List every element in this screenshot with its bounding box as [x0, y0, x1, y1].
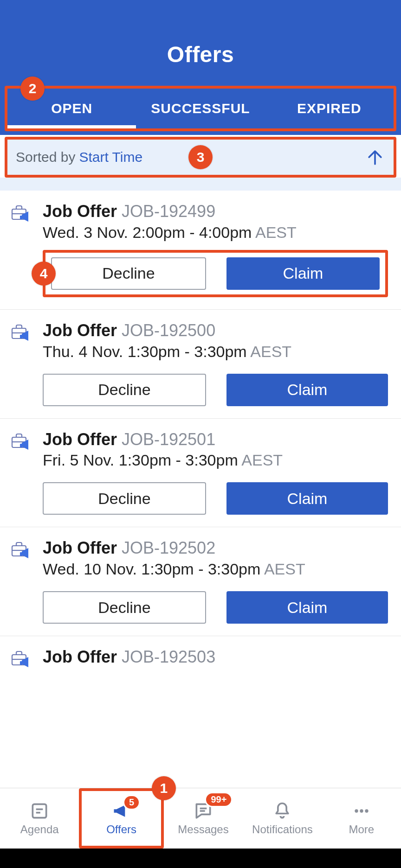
sort-direction-icon[interactable] [365, 147, 385, 167]
decline-button[interactable]: Decline [43, 482, 206, 515]
offer-item[interactable]: Job Offer JOB-192503 [0, 636, 401, 685]
offer-time: Wed. 10 Nov. 1:30pm - 3:30pm [43, 560, 260, 578]
offer-time: Thu. 4 Nov. 1:30pm - 3:30pm [43, 343, 247, 360]
gap [0, 178, 401, 191]
offer-time: Fri. 5 Nov. 1:30pm - 3:30pm [43, 451, 238, 469]
offer-title: Job Offer [43, 202, 117, 221]
agenda-icon [29, 801, 50, 821]
nav-notifications[interactable]: Notifications [243, 788, 322, 849]
offer-item[interactable]: Job Offer JOB-192499 Wed. 3 Nov. 2:00pm … [0, 191, 401, 310]
annotation-1: 1 [152, 776, 176, 800]
nav-label: More [349, 823, 374, 836]
decline-button[interactable]: Decline [43, 374, 206, 406]
bottom-nav: Agenda 1 5 Offers 99+ Messages Notificat… [0, 788, 401, 868]
offer-tz: AEST [255, 223, 297, 241]
nav-agenda[interactable]: Agenda [0, 788, 79, 849]
job-offer-icon [10, 429, 43, 515]
offers-badge: 5 [123, 795, 140, 810]
annotation-2: 2 [20, 77, 45, 101]
offer-title: Job Offer [43, 321, 117, 340]
offer-id: JOB-192503 [122, 647, 215, 666]
annotation-4: 4 [32, 262, 56, 286]
nav-offers[interactable]: 1 5 Offers [79, 788, 163, 849]
offer-id: JOB-192502 [122, 538, 215, 557]
nav-label: Offers [106, 823, 136, 836]
decline-button[interactable]: Decline [43, 591, 206, 624]
sort-prefix: Sorted by [16, 149, 75, 165]
claim-button[interactable]: Claim [226, 257, 380, 290]
sort-bar-container: 3 Sorted by Start Time [5, 137, 396, 178]
sort-field: Start Time [79, 149, 142, 165]
svg-point-8 [355, 809, 358, 812]
nav-label: Messages [178, 823, 228, 836]
svg-point-10 [365, 809, 368, 812]
offer-item[interactable]: Job Offer JOB-192500 Thu. 4 Nov. 1:30pm … [0, 310, 401, 419]
more-icon [351, 801, 372, 821]
claim-button[interactable]: Claim [226, 591, 388, 624]
annotation-3: 3 [188, 145, 213, 169]
offer-item[interactable]: Job Offer JOB-192501 Fri. 5 Nov. 1:30pm … [0, 419, 401, 528]
decline-button[interactable]: Decline [51, 257, 206, 290]
offer-id: JOB-192501 [122, 430, 215, 449]
tab-expired[interactable]: EXPIRED [265, 89, 394, 128]
header: Offers 2 OPEN SUCCESSFUL EXPIRED [0, 0, 401, 135]
nav-messages[interactable]: 99+ Messages [164, 788, 243, 849]
offer-id: JOB-192500 [122, 321, 215, 340]
offer-actions-highlight: 4 Decline Claim [43, 250, 388, 297]
job-offer-icon [10, 646, 43, 673]
offer-tz: AEST [250, 343, 291, 360]
svg-point-9 [360, 809, 363, 812]
messages-badge: 99+ [205, 792, 233, 807]
claim-button[interactable]: Claim [226, 482, 388, 515]
svg-rect-3 [33, 804, 46, 817]
offers-list: Job Offer JOB-192499 Wed. 3 Nov. 2:00pm … [0, 191, 401, 788]
offer-tz: AEST [264, 560, 305, 578]
job-offer-icon [10, 320, 43, 406]
offer-tz: AEST [241, 451, 283, 469]
tab-successful[interactable]: SUCCESSFUL [136, 89, 265, 128]
offer-title: Job Offer [43, 647, 117, 666]
offer-item[interactable]: Job Offer JOB-192502 Wed. 10 Nov. 1:30pm… [0, 527, 401, 636]
page-title: Offers [0, 42, 401, 86]
nav-label: Agenda [20, 823, 59, 836]
home-indicator-bar [0, 849, 401, 868]
bell-icon [272, 801, 292, 821]
offer-title: Job Offer [43, 538, 117, 557]
job-offer-icon [10, 537, 43, 624]
nav-more[interactable]: More [322, 788, 401, 849]
claim-button[interactable]: Claim [226, 374, 388, 406]
offer-time: Wed. 3 Nov. 2:00pm - 4:00pm [43, 223, 252, 241]
offer-id: JOB-192499 [122, 202, 215, 221]
offer-title: Job Offer [43, 430, 117, 449]
tabs-container: 2 OPEN SUCCESSFUL EXPIRED [5, 86, 396, 131]
nav-label: Notifications [252, 823, 313, 836]
